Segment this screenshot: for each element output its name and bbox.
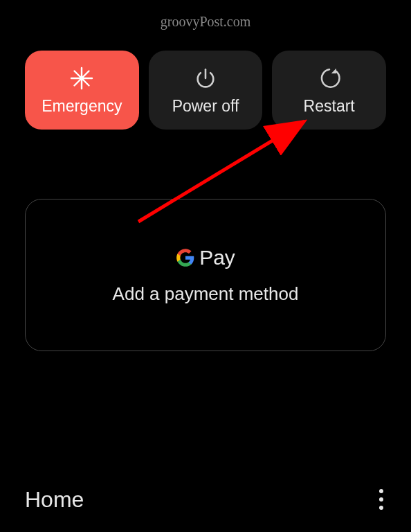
power-off-button[interactable]: Power off [149,51,263,130]
gpay-card[interactable]: Pay Add a payment method [25,199,386,351]
emergency-button[interactable]: Emergency [25,51,139,130]
power-icon [194,65,217,91]
emergency-icon [69,65,94,91]
restart-icon [318,65,341,91]
restart-label: Restart [304,97,355,116]
power-off-label: Power off [172,97,239,116]
restart-button[interactable]: Restart [272,51,386,130]
gpay-brand-text: Pay [199,246,235,269]
gpay-logo: Pay [176,246,235,269]
emergency-label: Emergency [42,97,122,116]
bottom-bar: Home [0,482,411,517]
google-g-icon [176,248,195,267]
home-label: Home [25,487,84,513]
more-vertical-icon[interactable] [372,482,390,517]
watermark-text: groovyPost.com [0,0,411,30]
gpay-message: Add a payment method [113,283,299,305]
power-menu: Emergency Power off Restart [0,30,411,130]
